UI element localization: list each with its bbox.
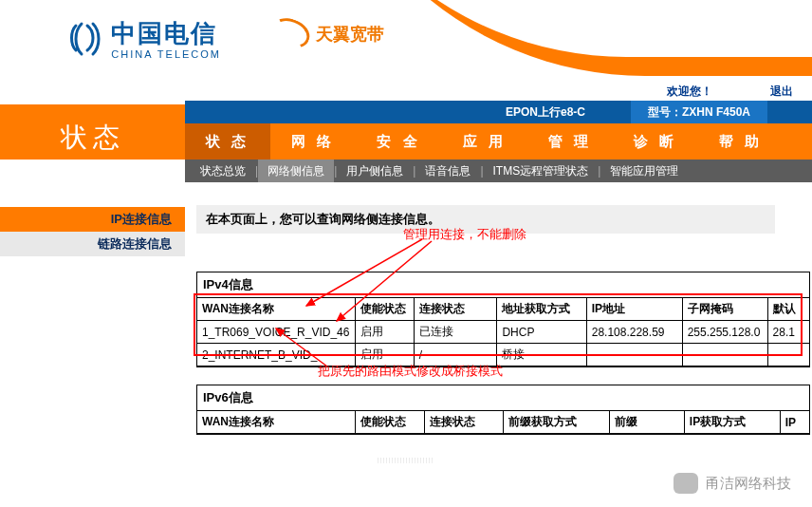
col-header: 默认 [767,298,809,321]
telecom-name-en: CHINA TELECOM [111,48,221,60]
page-description: 在本页面上，您可以查询网络侧连接信息。 [196,205,775,234]
telecom-icon [66,20,104,58]
col-header: 连接状态 [424,411,503,434]
col-header: WAN连接名称 [197,298,356,321]
main-tab-1[interactable]: 网 络 [270,123,356,160]
main-tab-5[interactable]: 诊 断 [613,123,698,160]
col-header: 使能状态 [356,411,424,434]
col-header: IP获取方式 [684,411,780,434]
side-item-0[interactable]: IP连接信息 [0,207,185,232]
col-header: 前缀 [609,411,684,434]
tianyi-icon [267,13,314,54]
col-header: 地址获取方式 [497,298,586,321]
device-info-bar: EPON上行e8-C 型号：ZXHN F450A [185,101,812,123]
main-tab-2[interactable]: 安 全 [356,123,441,160]
col-header: 连接状态 [414,298,497,321]
telecom-name-cn: 中国电信 [111,19,217,47]
col-header: 子网掩码 [682,298,767,321]
ipv4-title: IPv4信息 [197,272,809,298]
col-header: 前缀获取方式 [503,411,609,434]
col-header: 使能状态 [356,298,414,321]
wechat-icon [674,473,698,494]
col-header: IP [780,411,809,434]
table-row: 2_INTERNET_B_VID_启用/桥接 [197,344,809,366]
main-tabs: 状 态网 络安 全应 用管 理诊 断帮 助 [185,123,812,160]
side-item-1[interactable]: 链路连接信息 [0,232,185,256]
content-area: 在本页面上，您可以查询网络侧连接信息。 IPv4信息 WAN连接名称使能状态连接… [185,182,812,507]
logo-bar: 中国电信 CHINA TELECOM 天翼宽带 [0,0,812,84]
table-row: 1_TR069_VOICE_R_VID_46启用已连接DHCP28.108.22… [197,321,809,344]
sub-nav: 状态总览|网络侧信息|用户侧信息|语音信息|ITMS远程管理状态|智能应用管理 [185,160,812,182]
ipv4-section: IPv4信息 WAN连接名称使能状态连接状态地址获取方式IP地址子网掩码默认1_… [196,272,810,367]
main-tab-6[interactable]: 帮 助 [698,123,784,160]
watermark: 甬洁网络科技 [674,473,791,494]
sub-nav-4[interactable]: ITMS远程管理状态 [484,160,599,182]
tianyi-text: 天翼宽带 [316,25,384,44]
model-label: 型号：ZXHN F450A [631,101,767,123]
logout-link[interactable]: 退出 [770,84,793,100]
main-tab-3[interactable]: 应 用 [442,123,527,160]
tianyi-logo: 天翼宽带 [270,19,384,51]
sub-nav-2[interactable]: 用户侧信息 [337,160,413,182]
sub-nav-3[interactable]: 语音信息 [415,160,480,182]
uplink-type: EPON上行e8-C [506,101,585,123]
sub-nav-1[interactable]: 网络侧信息 [258,160,334,182]
welcome-text: 欢迎您！ [667,84,712,100]
ipv6-title: IPv6信息 [197,385,809,411]
page-title: 状态 [0,104,185,160]
china-telecom-logo: 中国电信 CHINA TELECOM [66,17,221,60]
header-decor [360,0,812,84]
side-menu: IP连接信息链路连接信息 [0,160,185,256]
resize-handle-icon [378,458,434,463]
main-tab-4[interactable]: 管 理 [527,123,613,160]
sub-nav-0[interactable]: 状态总览 [191,160,255,182]
sub-nav-5[interactable]: 智能应用管理 [600,160,688,182]
ipv6-section: IPv6信息 WAN连接名称使能状态连接状态前缀获取方式前缀IP获取方式IP [196,385,810,435]
col-header: WAN连接名称 [197,411,356,434]
ipv4-table: WAN连接名称使能状态连接状态地址获取方式IP地址子网掩码默认1_TR069_V… [197,298,809,366]
col-header: IP地址 [586,298,682,321]
main-nav: 状态 状 态网 络安 全应 用管 理诊 断帮 助 [0,123,812,160]
main-tab-0[interactable]: 状 态 [185,123,270,160]
ipv6-table: WAN连接名称使能状态连接状态前缀获取方式前缀IP获取方式IP [197,411,809,434]
watermark-text: 甬洁网络科技 [706,475,791,493]
